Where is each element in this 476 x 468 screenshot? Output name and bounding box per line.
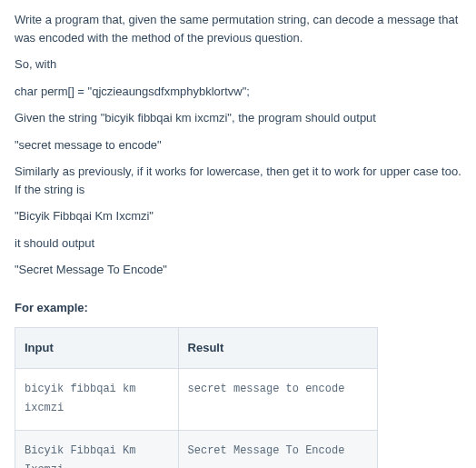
table-cell-input: bicyik fibbqai km ixcmzi <box>15 368 179 430</box>
paragraph-uppercase-input: "Bicyik Fibbqai Km Ixcmzi" <box>15 207 461 225</box>
table-row: bicyik fibbqai km ixcmzi secret message … <box>15 368 378 430</box>
table-cell-result: Secret Message To Encode <box>178 430 377 468</box>
example-heading: For example: <box>15 299 461 317</box>
examples-table: Input Result bicyik fibbqai km ixcmzi se… <box>15 327 378 468</box>
paragraph-expected-output-1: "secret message to encode" <box>15 136 461 154</box>
table-header-input: Input <box>15 328 179 369</box>
paragraph-it-should-output: it should output <box>15 234 461 253</box>
table-header-result: Result <box>178 328 377 369</box>
paragraph-char-perm: char perm[] = "qjczieaungsdfxmphybklortv… <box>15 83 461 101</box>
paragraph-so-with: So, with <box>15 55 461 74</box>
paragraph-similarly: Similarly as previously, if it works for… <box>15 163 461 198</box>
paragraph-expected-output-2: "Secret Message To Encode" <box>15 261 461 279</box>
paragraph-intro: Write a program that, given the same per… <box>15 11 461 46</box>
table-row: Bicyik Fibbqai Km Ixcmzi Secret Message … <box>15 430 378 468</box>
table-cell-result: secret message to encode <box>178 368 377 430</box>
table-cell-input: Bicyik Fibbqai Km Ixcmzi <box>15 430 179 468</box>
paragraph-given-string: Given the string "bicyik fibbqai km ixcm… <box>15 109 461 127</box>
